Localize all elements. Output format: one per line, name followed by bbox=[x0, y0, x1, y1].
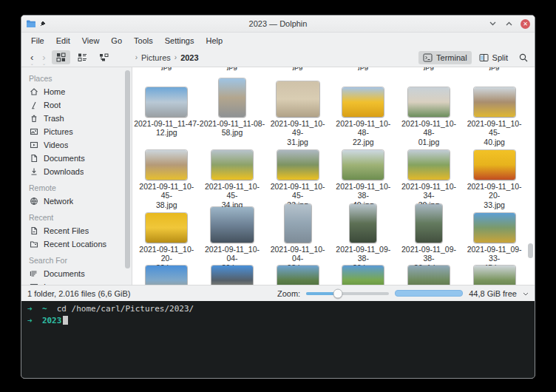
titlebar[interactable]: 2023 — Dolphin ✕ bbox=[21, 16, 535, 33]
file-item[interactable] bbox=[200, 263, 265, 285]
sidebar-section-title: Recent bbox=[29, 213, 132, 222]
zoom-slider-handle[interactable] bbox=[333, 288, 342, 298]
file-item[interactable]: 2021-09-11_09-38-26_1.jpg bbox=[396, 200, 462, 263]
file-item[interactable]: 2021-09-11_10-20-32.jpg bbox=[134, 200, 200, 263]
menu-tools[interactable]: Tools bbox=[129, 35, 158, 47]
sidebar-item-root[interactable]: Root bbox=[29, 98, 132, 112]
file-item[interactable]: 2021-09-11_09-33-45.jpg bbox=[461, 200, 527, 263]
clipped-filename: jpg bbox=[330, 67, 396, 75]
toolbar: ‹⌄ ›⌄ › Pictures › 2023 Terminal Split bbox=[21, 48, 535, 67]
file-thumbnail[interactable] bbox=[342, 150, 384, 180]
sidebar-item-downloads[interactable]: Downloads bbox=[29, 165, 132, 178]
file-thumbnail[interactable] bbox=[416, 204, 442, 243]
file-item[interactable]: 2021-09-11_10-45-38.jpg bbox=[134, 138, 200, 200]
minimize-button[interactable] bbox=[488, 19, 498, 29]
sidebar-item-pictures[interactable]: Pictures bbox=[29, 125, 132, 138]
split-view-button[interactable]: Split bbox=[475, 51, 512, 64]
terminal-toggle-button[interactable]: Terminal bbox=[418, 51, 472, 64]
zoom-slider[interactable] bbox=[306, 292, 389, 295]
file-thumbnail[interactable] bbox=[342, 266, 384, 285]
menu-go[interactable]: Go bbox=[106, 35, 127, 47]
close-button[interactable]: ✕ bbox=[521, 19, 530, 29]
file-item[interactable] bbox=[134, 263, 200, 285]
file-thumbnail[interactable] bbox=[350, 204, 376, 243]
menu-settings[interactable]: Settings bbox=[160, 35, 200, 47]
sidebar-item-recent-files[interactable]: Recent Files bbox=[29, 224, 132, 237]
file-thumbnail[interactable] bbox=[474, 213, 515, 243]
folder-view[interactable]: jpgjpgjpgjpgjpgjpg2021-09-11_11-47-12.jp… bbox=[132, 67, 535, 285]
file-thumbnail[interactable] bbox=[474, 87, 515, 117]
file-thumbnail[interactable] bbox=[285, 204, 311, 243]
file-thumbnail[interactable] bbox=[211, 150, 253, 180]
file-thumbnail[interactable] bbox=[408, 150, 450, 180]
forward-button[interactable]: ›⌄ bbox=[39, 52, 48, 63]
menu-file[interactable]: File bbox=[26, 35, 50, 47]
file-item[interactable]: 2021-09-11_09-38-26.jpg bbox=[330, 200, 396, 263]
file-item[interactable]: 2021-09-11_10-34-30.jpg bbox=[396, 138, 462, 200]
tree-view-button[interactable] bbox=[95, 50, 113, 64]
menu-help[interactable]: Help bbox=[200, 35, 228, 47]
breadcrumb-separator: › bbox=[135, 53, 138, 61]
menu-edit[interactable]: Edit bbox=[51, 35, 75, 47]
file-thumbnail[interactable] bbox=[474, 266, 515, 285]
back-button[interactable]: ‹⌄ bbox=[27, 52, 36, 63]
file-item[interactable]: 2021-09-11_10-20-33.jpg bbox=[461, 138, 527, 200]
file-thumbnail[interactable] bbox=[342, 87, 384, 117]
breadcrumb-pictures[interactable]: Pictures bbox=[141, 53, 171, 62]
file-item[interactable]: 2021-09-11_10-48-22.jpg bbox=[330, 75, 396, 138]
sidebar-item-videos[interactable]: Videos bbox=[29, 138, 132, 152]
file-item[interactable] bbox=[330, 263, 396, 285]
file-item[interactable]: 2021-09-11_10-45-40.jpg bbox=[461, 75, 527, 138]
terminal-panel[interactable]: ➜ ~ cd /home/carl/Pictures/2023/➜ 2023 bbox=[21, 301, 535, 378]
file-thumbnail[interactable] bbox=[146, 87, 187, 117]
file-thumbnail[interactable] bbox=[211, 207, 254, 243]
file-item[interactable]: 2021-09-11_10-48-01.jpg bbox=[396, 75, 462, 138]
file-item[interactable]: 2021-09-11_10-45-33.jpg bbox=[265, 138, 330, 200]
file-thumbnail[interactable] bbox=[408, 266, 450, 285]
file-item[interactable] bbox=[461, 263, 527, 285]
file-item[interactable]: 2021-09-11_10-04-39.jpg bbox=[200, 200, 265, 263]
file-item[interactable]: 2021-09-11_10-49-31.jpg bbox=[265, 75, 330, 138]
sidebar-item-network[interactable]: Network bbox=[29, 195, 132, 208]
file-thumbnail[interactable] bbox=[277, 81, 319, 117]
menu-view[interactable]: View bbox=[77, 35, 105, 47]
trash-icon bbox=[29, 114, 38, 124]
file-thumbnail-wrap bbox=[342, 138, 384, 180]
sidebar-item-documents[interactable]: Documents bbox=[29, 267, 132, 280]
search-icon[interactable] bbox=[518, 53, 529, 63]
file-item[interactable] bbox=[265, 263, 330, 285]
file-thumbnail[interactable] bbox=[219, 78, 245, 117]
file-thumbnail[interactable] bbox=[408, 87, 450, 117]
file-thumbnail[interactable] bbox=[146, 150, 187, 180]
file-item[interactable]: 2021-09-11_11-47-12.jpg bbox=[134, 75, 200, 138]
file-thumbnail[interactable] bbox=[211, 266, 253, 285]
images-icon bbox=[29, 283, 38, 285]
places-panel: PlacesHomeRootTrashPicturesVideosDocumen… bbox=[21, 67, 132, 285]
file-thumbnail[interactable] bbox=[277, 150, 319, 180]
file-thumbnail[interactable] bbox=[474, 150, 515, 180]
sidebar-item-home[interactable]: Home bbox=[29, 85, 132, 98]
sidebar-item-trash[interactable]: Trash bbox=[29, 112, 132, 125]
file-item[interactable] bbox=[396, 263, 462, 285]
free-space-chevron-icon[interactable] bbox=[523, 290, 529, 297]
file-thumbnail-wrap bbox=[408, 138, 450, 180]
icons-view-button[interactable] bbox=[52, 50, 70, 64]
file-item[interactable]: 2021-09-11_11-08-58.jpg bbox=[200, 75, 265, 138]
file-thumbnail[interactable] bbox=[146, 266, 187, 285]
details-view-button[interactable] bbox=[73, 50, 92, 64]
sidebar-item-documents[interactable]: Documents bbox=[29, 152, 132, 165]
file-thumbnail[interactable] bbox=[277, 266, 319, 285]
breadcrumb-2023[interactable]: 2023 bbox=[180, 53, 198, 62]
sidebar-item-images[interactable]: Images bbox=[29, 280, 132, 285]
sidebar-item-recent-locations[interactable]: Recent Locations bbox=[29, 237, 132, 251]
folder-view-scrollbar[interactable] bbox=[528, 243, 533, 258]
sidebar-item-label: Downloads bbox=[44, 167, 84, 176]
file-item[interactable]: 2021-09-11_10-45-34.jpg bbox=[200, 138, 265, 200]
terminal-line: ➜ 2023 bbox=[27, 315, 529, 327]
file-thumbnail-wrap bbox=[416, 200, 442, 243]
terminal-cursor[interactable] bbox=[63, 316, 68, 325]
maximize-button[interactable] bbox=[504, 19, 514, 29]
file-item[interactable]: 2021-09-11_10-38-40.jpg bbox=[330, 138, 396, 200]
file-item[interactable]: 2021-09-11_10-04-08.jpg bbox=[265, 200, 330, 263]
file-thumbnail[interactable] bbox=[146, 213, 187, 243]
